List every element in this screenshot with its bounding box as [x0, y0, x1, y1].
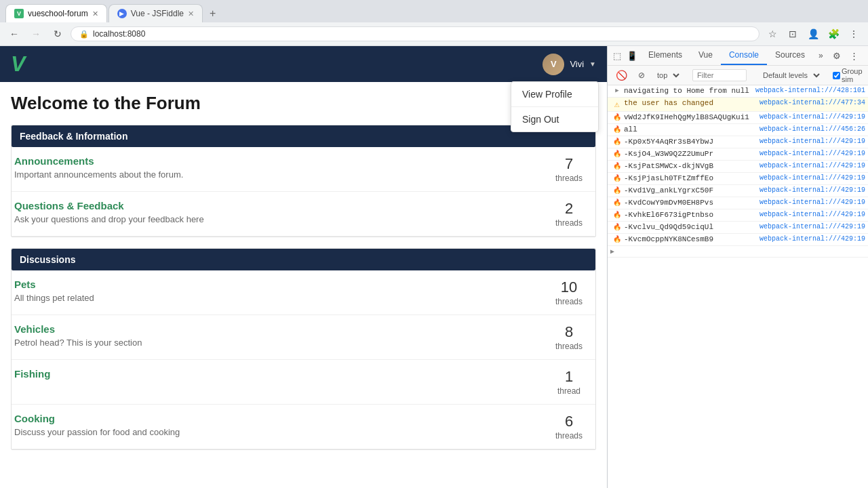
console-source-fire-4[interactable]: webpack-internal:///429:19 [760, 150, 865, 157]
console-context-select[interactable]: top [652, 69, 682, 81]
console-gutter-fire-8: 🔥 [610, 199, 624, 207]
tab-label-2: Vue - JSFiddle [131, 9, 184, 18]
threads-label-fishing: thread [557, 386, 580, 396]
category-name-pets[interactable]: Pets [14, 279, 94, 290]
devtools-tab-sources[interactable]: Sources [767, 46, 813, 65]
fire-icon-1: 🔥 [613, 113, 621, 121]
console-source-fire-8[interactable]: webpack-internal:///429:19 [760, 199, 865, 206]
forum-section-discussions: Discussions Pets All things pet related … [11, 248, 596, 450]
reload-button[interactable]: ↻ [49, 25, 66, 43]
group-similar-label[interactable]: Group sim [833, 67, 863, 83]
tab-close-1[interactable]: ✕ [92, 9, 98, 18]
collapsed-section[interactable]: ▶ [608, 246, 868, 258]
view-profile-link[interactable]: View Profile [511, 82, 598, 106]
address-bar-row: ← → ↻ 🔒 localhost:8080 ☆ ⊡ 👤 🧩 ⋮ [0, 22, 868, 45]
collapsed-arrow-icon: ▶ [610, 247, 614, 256]
new-tab-button[interactable]: + [204, 5, 221, 22]
devtools-mobile-icon[interactable]: 📱 [624, 47, 640, 64]
console-source-fire-10[interactable]: webpack-internal:///429:19 [760, 223, 865, 230]
fire-icon-6: 🔥 [613, 174, 621, 182]
console-gutter-fire-3: 🔥 [610, 138, 624, 146]
devtools-inspect-icon[interactable]: ⬚ [610, 47, 624, 64]
category-threads-vehicles: 8 threads [545, 323, 593, 351]
category-announcements: Announcements Important announcements ab… [12, 147, 595, 192]
console-source-warning[interactable]: webpack-internal:///477:34 [760, 99, 865, 106]
category-pets: Pets All things pet related 10 threads [12, 270, 595, 315]
console-source-fire-11[interactable]: webpack-internal:///429:19 [760, 235, 865, 243]
thread-count-announcements: 7 [545, 155, 593, 173]
group-similar-checkbox[interactable] [833, 72, 840, 79]
url-text: localhost:8080 [93, 29, 145, 39]
thread-count-vehicles: 8 [545, 323, 593, 341]
category-info-announcements: Announcements Important announcements ab… [14, 155, 183, 180]
console-settings-icon[interactable]: ⚙ [865, 67, 868, 83]
sign-out-link[interactable]: Sign Out [511, 107, 598, 131]
fire-icon-8: 🔥 [613, 199, 621, 207]
username-label: Vivi [570, 59, 584, 69]
console-clear-button[interactable]: 🚫 [612, 68, 631, 83]
console-message-fire-11: -KvcmOcppNYK8NCesmB9 [624, 235, 757, 243]
console-gutter-fire-7: 🔥 [610, 186, 624, 195]
cast-icon[interactable]: ⊡ [784, 25, 802, 43]
thread-count-fishing: 1 [545, 368, 593, 386]
devtools-close-icon[interactable]: ✕ [864, 47, 868, 64]
category-name-fishing[interactable]: Fishing [14, 368, 50, 380]
group-similar-text: Group sim [842, 67, 863, 83]
console-message-fire-7: -Kvd1Vg_ankLYgrxC50F [624, 186, 757, 195]
browser-chrome: V vueschool-forum ✕ ▶ Vue - JSFiddle ✕ +… [0, 0, 868, 46]
profile-icon[interactable]: 👤 [804, 25, 822, 43]
category-threads-fishing: 1 thread [545, 368, 593, 396]
devtools-tab-vue[interactable]: Vue [690, 46, 721, 65]
toolbar-icons: ☆ ⊡ 👤 🧩 ⋮ [764, 25, 863, 43]
category-desc-questions: Ask your questions and drop your feedbac… [14, 214, 204, 224]
console-gutter: ▶ [610, 87, 624, 94]
devtools-tab-more[interactable]: » [813, 47, 829, 64]
category-name-cooking[interactable]: Cooking [14, 413, 180, 424]
console-source-fire-1[interactable]: webpack-internal:///429:19 [760, 113, 865, 121]
devtools-settings-icon[interactable]: ⚙ [829, 47, 845, 64]
user-menu-trigger[interactable]: V Vivi ▼ [542, 54, 596, 75]
category-name-questions[interactable]: Questions & Feedback [14, 200, 204, 211]
console-filter-input[interactable] [692, 69, 747, 81]
console-row-fire-10: 🔥 -Kvclvu_Qd9Qd59ciqUl webpack-internal:… [608, 222, 868, 234]
extension-icon[interactable]: 🧩 [825, 25, 842, 43]
back-button[interactable]: ← [5, 25, 23, 43]
category-info-fishing: Fishing [14, 368, 50, 382]
console-gutter-fire-6: 🔥 [610, 174, 624, 182]
console-message-fire-4: -KsjO4_W3W9Q2Z2UmuPr [624, 150, 757, 158]
fire-icon-7: 🔥 [613, 186, 621, 195]
devtools-tab-elements[interactable]: Elements [640, 46, 690, 65]
fire-icon-3: 🔥 [613, 138, 621, 146]
console-message-fire-1: vWd2JfK9IHehQgMylB8SAQUgKui1 [624, 113, 757, 121]
menu-icon[interactable]: ⋮ [845, 25, 863, 43]
devtools-dots-icon[interactable]: ⋮ [846, 47, 863, 64]
console-source-fire-6[interactable]: webpack-internal:///429:19 [760, 174, 865, 182]
console-source-fire-3[interactable]: webpack-internal:///429:19 [760, 138, 865, 145]
tab-jsfiddle[interactable]: ▶ Vue - JSFiddle ✕ [108, 4, 203, 22]
bookmark-icon[interactable]: ☆ [764, 25, 781, 43]
devtools-right-icons: ⚙ ⋮ ✕ [829, 47, 868, 64]
category-name-vehicles[interactable]: Vehicles [14, 323, 142, 335]
console-row-fire-8: 🔥 -KvdCowY9mDvM0EH8Pvs webpack-internal:… [608, 197, 868, 209]
address-bar[interactable]: 🔒 localhost:8080 [71, 26, 760, 41]
expand-arrow-icon[interactable]: ▶ [615, 87, 618, 94]
console-source-fire-2[interactable]: webpack-internal:///456:26 [760, 125, 865, 133]
category-questions: Questions & Feedback Ask your questions … [12, 192, 595, 237]
forward-button[interactable]: → [27, 25, 45, 43]
category-name-announcements[interactable]: Announcements [14, 155, 183, 167]
console-source[interactable]: webpack-internal:///428:101 [755, 87, 865, 94]
console-filter-button[interactable]: ⊘ [634, 68, 649, 82]
console-levels-select[interactable]: Default levels [757, 69, 822, 81]
tab-vueschool-forum[interactable]: V vueschool-forum ✕ [5, 4, 107, 22]
console-source-fire-7[interactable]: webpack-internal:///429:19 [760, 186, 865, 194]
thread-count-cooking: 6 [545, 413, 593, 430]
console-source-fire-5[interactable]: webpack-internal:///429:19 [760, 162, 865, 169]
devtools-tab-console[interactable]: Console [721, 46, 767, 65]
category-threads-questions: 2 threads [545, 200, 593, 228]
console-message-warning: the user has changed [624, 99, 757, 107]
console-source-fire-9[interactable]: webpack-internal:///429:19 [760, 211, 865, 218]
category-threads-cooking: 6 threads [545, 413, 593, 441]
console-message-fire-10: -Kvclvu_Qd9Qd59ciqUl [624, 223, 757, 231]
tab-bar: V vueschool-forum ✕ ▶ Vue - JSFiddle ✕ + [0, 0, 868, 22]
tab-close-2[interactable]: ✕ [188, 9, 194, 18]
